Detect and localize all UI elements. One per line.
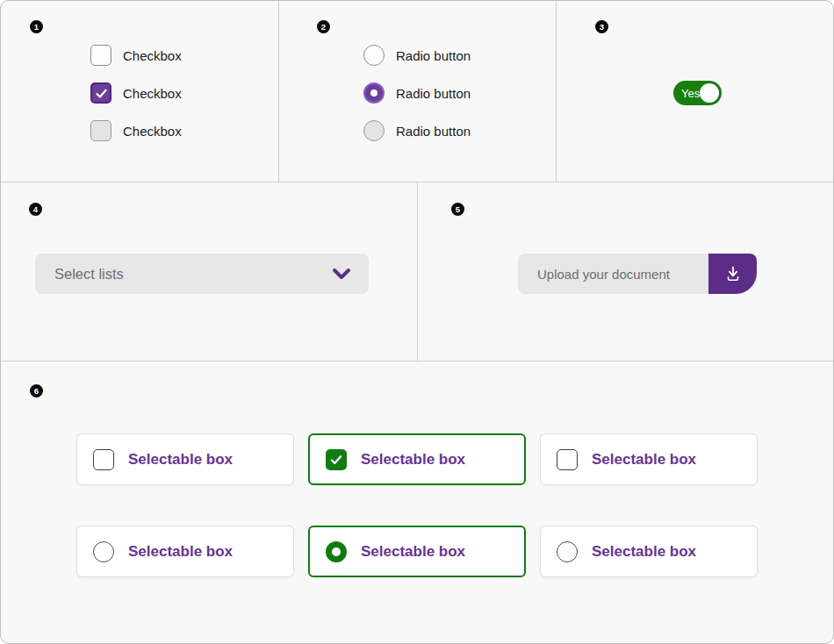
radio-row: Radio button bbox=[363, 120, 471, 141]
toggle-switch[interactable]: Yes bbox=[673, 81, 722, 105]
section-badge-6: 6 bbox=[30, 384, 43, 397]
section-toggle: 3 Yes bbox=[557, 1, 833, 182]
section-badge-5: 5 bbox=[451, 203, 464, 216]
selectable-box-radio-selected[interactable]: Selectable box bbox=[308, 526, 526, 577]
selectable-box-checkbox[interactable]: Selectable box bbox=[540, 433, 758, 485]
upload-button[interactable] bbox=[708, 254, 757, 294]
checkbox-unchecked bbox=[557, 449, 578, 470]
section-badge-2: 2 bbox=[317, 20, 330, 33]
selectable-box-label: Selectable box bbox=[592, 451, 696, 469]
radio-label: Radio button bbox=[396, 86, 471, 101]
selectable-checkbox-row: Selectable box Selectable box Selectable… bbox=[76, 433, 758, 485]
section-badge-1: 1 bbox=[30, 20, 43, 33]
checkmark-icon bbox=[329, 453, 343, 467]
checkbox-checked[interactable] bbox=[90, 82, 111, 104]
section-upload: 5 Upload your document bbox=[418, 182, 833, 361]
checkbox-group: Checkbox Checkbox Checkbox bbox=[90, 45, 182, 141]
checkbox-unchecked bbox=[93, 449, 114, 470]
selectable-box-label: Selectable box bbox=[592, 543, 696, 561]
checkbox-disabled[interactable] bbox=[90, 120, 111, 141]
radio-unchecked[interactable] bbox=[363, 45, 385, 66]
checkbox-label: Checkbox bbox=[123, 48, 182, 63]
toggle-label: Yes bbox=[673, 87, 700, 100]
upload-field-group: Upload your document bbox=[518, 254, 757, 294]
radio-checked[interactable] bbox=[363, 82, 385, 104]
select-value: Select lists bbox=[54, 266, 124, 283]
section-checkboxes: 1 Checkbox Checkbox Checkbox bbox=[1, 1, 279, 182]
radio-group: Radio button Radio button Radio button bbox=[363, 45, 471, 141]
selectable-box-label: Selectable box bbox=[361, 451, 465, 469]
upload-input[interactable]: Upload your document bbox=[518, 254, 708, 294]
selectable-box-label: Selectable box bbox=[128, 543, 233, 561]
radio-label: Radio button bbox=[396, 48, 471, 63]
selectable-box-radio[interactable]: Selectable box bbox=[540, 526, 758, 577]
radio-checked bbox=[326, 541, 347, 562]
selectable-box-label: Selectable box bbox=[128, 451, 233, 469]
components-showcase: 1 Checkbox Checkbox Checkbox 2 Rad bbox=[0, 0, 834, 644]
section-radios: 2 Radio button Radio button Radio button bbox=[279, 1, 557, 182]
download-icon bbox=[723, 264, 743, 283]
selectable-box-label: Selectable box bbox=[361, 543, 465, 561]
section-selectable-boxes: 6 Selectable box Selectable box Selectab… bbox=[1, 361, 833, 643]
checkbox-checked bbox=[326, 449, 347, 470]
checkbox-row: Checkbox bbox=[90, 120, 182, 141]
selectable-box-checkbox-selected[interactable]: Selectable box bbox=[308, 433, 526, 485]
section-badge-3: 3 bbox=[595, 20, 608, 33]
selectable-box-radio[interactable]: Selectable box bbox=[76, 526, 294, 577]
checkbox-unchecked[interactable] bbox=[90, 45, 111, 66]
checkbox-row: Checkbox bbox=[90, 45, 182, 66]
chevron-down-icon bbox=[332, 268, 351, 280]
radio-label: Radio button bbox=[396, 124, 471, 139]
toggle-knob[interactable] bbox=[700, 83, 719, 103]
radio-unchecked bbox=[557, 541, 578, 562]
selectable-radio-row: Selectable box Selectable box Selectable… bbox=[76, 526, 758, 577]
radio-unchecked bbox=[93, 541, 114, 562]
select-lists-dropdown[interactable]: Select lists bbox=[35, 254, 369, 294]
radio-disabled[interactable] bbox=[363, 120, 385, 141]
radio-row: Radio button bbox=[363, 45, 471, 66]
section-select: 4 Select lists bbox=[1, 182, 418, 361]
checkmark-icon bbox=[95, 87, 108, 100]
radio-row: Radio button bbox=[363, 82, 471, 104]
section-badge-4: 4 bbox=[29, 203, 42, 216]
checkbox-label: Checkbox bbox=[123, 86, 182, 101]
selectable-box-checkbox[interactable]: Selectable box bbox=[76, 433, 294, 485]
checkbox-label: Checkbox bbox=[123, 124, 182, 139]
radio-dot bbox=[370, 89, 377, 97]
checkbox-row: Checkbox bbox=[90, 82, 182, 104]
